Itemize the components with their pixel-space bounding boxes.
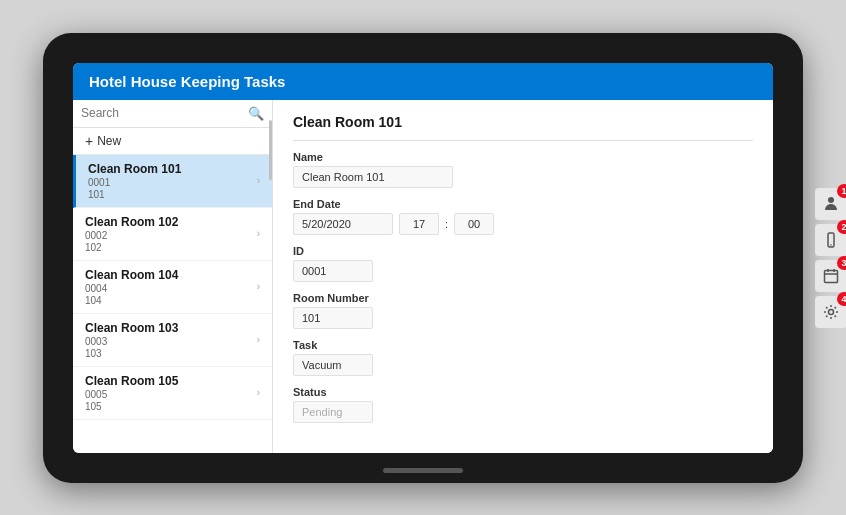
nav-badge-3: 3 xyxy=(837,256,846,270)
side-nav: 1 2 3 4 xyxy=(815,188,846,328)
search-icon: 🔍 xyxy=(248,106,264,121)
field-group-name: Name Clean Room 101 xyxy=(293,151,753,188)
date-row: 5/20/2020 17 : 00 xyxy=(293,213,753,235)
list-item-sub1: 0002 xyxy=(85,230,178,241)
list-items: Clean Room 101 0001 101 › Clean Room 102… xyxy=(73,155,272,453)
settings-icon xyxy=(823,304,839,320)
list-item[interactable]: Clean Room 105 0005 105 › xyxy=(73,367,272,420)
list-item-title: Clean Room 104 xyxy=(85,268,178,282)
field-value-roomnumber: 101 xyxy=(293,307,373,329)
svg-point-7 xyxy=(829,309,834,314)
field-group-id: ID 0001 xyxy=(293,245,753,282)
list-item-info: Clean Room 103 0003 103 xyxy=(85,321,178,359)
list-item[interactable]: Clean Room 101 0001 101 › xyxy=(73,155,272,208)
nav-badge-4: 4 xyxy=(837,292,846,306)
field-value-date: 5/20/2020 xyxy=(293,213,393,235)
field-label-name: Name xyxy=(293,151,753,163)
list-item-sub2: 105 xyxy=(85,401,178,412)
field-value-id: 0001 xyxy=(293,260,373,282)
list-item-info: Clean Room 102 0002 102 xyxy=(85,215,178,253)
field-label-status: Status xyxy=(293,386,753,398)
list-item-sub1: 0004 xyxy=(85,283,178,294)
list-item-sub2: 101 xyxy=(88,189,181,200)
field-label-enddate: End Date xyxy=(293,198,753,210)
field-value-status: Pending xyxy=(293,401,373,423)
phone-icon xyxy=(823,232,839,248)
list-item-title: Clean Room 102 xyxy=(85,215,178,229)
nav-item-2[interactable]: 2 xyxy=(815,224,846,256)
home-bar xyxy=(383,468,463,473)
new-button-label: New xyxy=(97,134,121,148)
right-panel: Clean Room 101 Name Clean Room 101 End D… xyxy=(273,100,773,453)
list-item-sub2: 104 xyxy=(85,295,178,306)
field-value-minute: 00 xyxy=(454,213,494,235)
list-item-title: Clean Room 101 xyxy=(88,162,181,176)
list-item[interactable]: Clean Room 103 0003 103 › xyxy=(73,314,272,367)
nav-badge-2: 2 xyxy=(837,220,846,234)
list-item-sub1: 0005 xyxy=(85,389,178,400)
nav-badge-1: 1 xyxy=(837,184,846,198)
chevron-icon: › xyxy=(257,281,260,292)
field-label-roomnumber: Room Number xyxy=(293,292,753,304)
svg-rect-3 xyxy=(825,270,838,282)
list-item-info: Clean Room 105 0005 105 xyxy=(85,374,178,412)
tablet-frame: Hotel House Keeping Tasks 🔍 + New xyxy=(43,33,803,483)
scroll-indicator xyxy=(269,120,272,180)
left-panel: 🔍 + New Clean Room 101 0001 101 xyxy=(73,100,273,453)
list-item-sub1: 0001 xyxy=(88,177,181,188)
svg-point-2 xyxy=(830,244,832,246)
plus-icon: + xyxy=(85,133,93,149)
app-title: Hotel House Keeping Tasks xyxy=(89,73,285,90)
field-group-roomnumber: Room Number 101 xyxy=(293,292,753,329)
list-item-info: Clean Room 101 0001 101 xyxy=(88,162,181,200)
new-button[interactable]: + New xyxy=(73,128,272,155)
time-separator: : xyxy=(445,218,448,230)
nav-item-4[interactable]: 4 xyxy=(815,296,846,328)
app-header: Hotel House Keeping Tasks xyxy=(73,63,773,100)
field-group-task: Task Vacuum xyxy=(293,339,753,376)
chevron-icon: › xyxy=(257,175,260,186)
field-label-task: Task xyxy=(293,339,753,351)
chevron-icon: › xyxy=(257,228,260,239)
chevron-icon: › xyxy=(257,334,260,345)
list-item[interactable]: Clean Room 104 0004 104 › xyxy=(73,261,272,314)
field-group-enddate: End Date 5/20/2020 17 : 00 xyxy=(293,198,753,235)
field-group-status: Status Pending xyxy=(293,386,753,423)
detail-title: Clean Room 101 xyxy=(293,114,753,141)
tablet-screen: Hotel House Keeping Tasks 🔍 + New xyxy=(73,63,773,453)
chevron-icon: › xyxy=(257,387,260,398)
calendar-icon xyxy=(823,268,839,284)
field-value-name: Clean Room 101 xyxy=(293,166,453,188)
list-item-title: Clean Room 103 xyxy=(85,321,178,335)
list-item-sub2: 103 xyxy=(85,348,178,359)
nav-item-3[interactable]: 3 xyxy=(815,260,846,292)
list-item-info: Clean Room 104 0004 104 xyxy=(85,268,178,306)
list-item-sub2: 102 xyxy=(85,242,178,253)
list-item-sub1: 0003 xyxy=(85,336,178,347)
list-item[interactable]: Clean Room 102 0002 102 › xyxy=(73,208,272,261)
list-item-title: Clean Room 105 xyxy=(85,374,178,388)
field-value-hour: 17 xyxy=(399,213,439,235)
field-label-id: ID xyxy=(293,245,753,257)
app-body: 🔍 + New Clean Room 101 0001 101 xyxy=(73,100,773,453)
search-input[interactable] xyxy=(81,106,242,120)
search-bar: 🔍 xyxy=(73,100,272,128)
nav-item-1[interactable]: 1 xyxy=(815,188,846,220)
person-icon xyxy=(823,196,839,212)
svg-rect-0 xyxy=(828,197,834,203)
field-value-task: Vacuum xyxy=(293,354,373,376)
